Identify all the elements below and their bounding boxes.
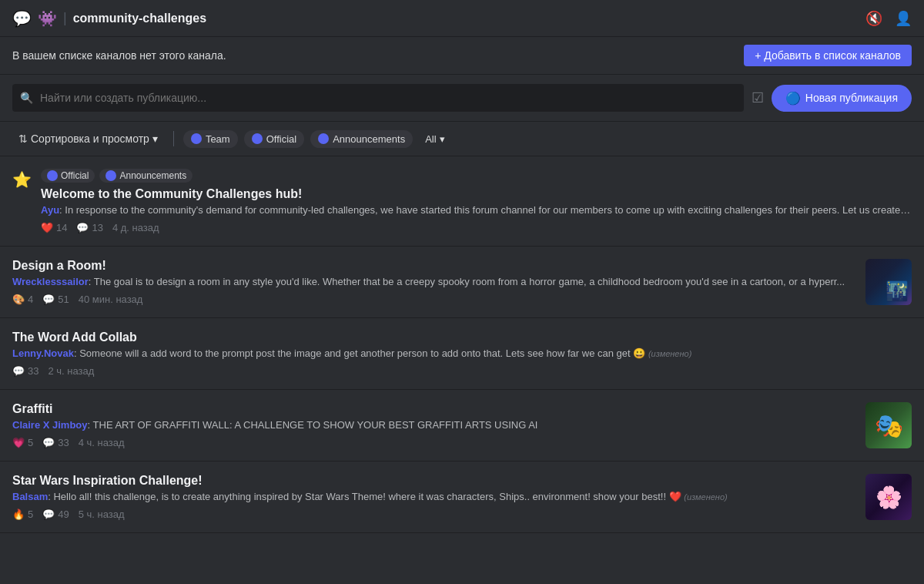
post-thumbnail: 🌸 — [865, 474, 912, 520]
post-preview-text: Someone will a add word to the prompt po… — [79, 347, 648, 359]
top-bar: 💬 👾 | community-challenges 🔇 👤 — [0, 0, 924, 37]
comment-icon: 💬 — [42, 294, 55, 305]
check-icon[interactable]: ☑ — [752, 89, 764, 106]
post-content: Graffiti Claire X Jimboy: THE ART OF GRA… — [12, 402, 856, 448]
sort-icon: ⇅ — [18, 133, 28, 145]
post-preview: Wrecklesssailor: The goal is to design a… — [12, 276, 856, 287]
all-chevron-icon: ▾ — [440, 133, 445, 145]
reaction-count: 💗 5 — [12, 437, 33, 448]
channel-name: community-challenges — [73, 12, 206, 25]
official-dot-icon — [47, 170, 58, 181]
team-tag-icon — [191, 133, 202, 144]
post-author: Ayu — [41, 204, 59, 216]
post-content: Star Wars Inspiration Challenge! Balsam:… — [12, 474, 856, 520]
post-tag-announcements[interactable]: Announcements — [99, 169, 192, 183]
post-author: Lenny.Novak — [12, 347, 74, 359]
reaction-number: 14 — [56, 222, 67, 233]
server-icon[interactable]: 👾 — [38, 9, 57, 28]
post-time: 40 мин. назад — [79, 294, 143, 305]
new-post-icon: 🔵 — [785, 91, 801, 106]
reaction-emoji: ❤️ — [41, 222, 53, 233]
post-item[interactable]: Graffiti Claire X Jimboy: THE ART OF GRA… — [0, 390, 924, 461]
reaction-emoji: 💗 — [12, 437, 25, 448]
reaction-emoji: 🔥 — [12, 508, 25, 520]
post-tag-official[interactable]: Official — [41, 169, 95, 183]
post-item[interactable]: Star Wars Inspiration Challenge! Balsam:… — [0, 461, 924, 533]
members-icon[interactable]: 👤 — [895, 10, 912, 27]
post-preview-text: THE ART OF GRAFFITI WALL: A CHALLENGE TO… — [93, 419, 538, 431]
tag-announcements-button[interactable]: Announcements — [310, 130, 413, 148]
comment-number: 13 — [92, 222, 102, 233]
tag-announcements-label: Announcements — [333, 133, 405, 145]
post-author: Wrecklesssailor — [12, 276, 89, 287]
tag-official-label: Official — [266, 133, 297, 145]
changed-badge: (изменено) — [684, 492, 727, 502]
post-item[interactable]: ⭐ Official Announcements Welcome to the … — [0, 156, 924, 247]
post-tags: Official Announcements — [41, 169, 912, 183]
tag-team-button[interactable]: Team — [183, 130, 238, 148]
sort-label: Сортировка и просмотр — [31, 133, 149, 145]
post-item[interactable]: The Word Add Collab Lenny.Novak: Someone… — [0, 318, 924, 390]
comment-count: 💬 33 — [42, 437, 69, 448]
reaction-count: ❤️ 14 — [41, 222, 67, 233]
reaction-count: 🎨 4 — [12, 294, 33, 305]
post-preview-text: Hello all! this challenge, is to create … — [53, 491, 684, 502]
post-meta: ❤️ 14 💬 13 4 д. назад — [41, 222, 912, 233]
sort-button[interactable]: ⇅ Сортировка и просмотр ▾ — [12, 129, 164, 148]
mute-icon[interactable]: 🔇 — [865, 10, 882, 27]
comment-count: 💬 49 — [42, 508, 69, 520]
comment-number: 51 — [58, 294, 69, 305]
post-time: 5 ч. назад — [79, 508, 125, 520]
post-preview-text: In response to the community's demand fo… — [65, 204, 912, 216]
add-to-channels-button[interactable]: + Добавить в список каналов — [744, 45, 912, 66]
comment-number: 33 — [58, 437, 69, 448]
post-title: The Word Add Collab — [12, 331, 912, 344]
post-meta: 💗 5 💬 33 4 ч. назад — [12, 437, 856, 448]
tag-official-button[interactable]: Official — [244, 130, 305, 148]
comment-number: 49 — [58, 508, 69, 520]
comment-icon: 💬 — [12, 365, 25, 377]
post-preview: Lenny.Novak: Someone will a add word to … — [12, 347, 912, 359]
search-area: ☑ 🔵 Новая публикация — [0, 75, 924, 122]
posts-list: ⭐ Official Announcements Welcome to the … — [0, 156, 924, 584]
reaction-count: 🔥 5 — [12, 508, 33, 520]
reaction-number: 4 — [28, 294, 33, 305]
search-wrapper — [12, 84, 744, 112]
notif-text: В вашем списке каналов нет этого канала. — [12, 49, 226, 62]
post-preview: Claire X Jimboy: THE ART OF GRAFFITI WAL… — [12, 419, 856, 431]
reaction-number: 5 — [28, 508, 33, 520]
post-content: Official Announcements Welcome to the Co… — [41, 169, 912, 233]
announcements-tag-icon — [318, 133, 329, 144]
comment-icon: 💬 — [76, 222, 89, 233]
post-preview: Ayu: In response to the community's dema… — [41, 204, 912, 216]
comment-icon: 💬 — [42, 508, 55, 520]
post-item[interactable]: Design a Room! Wrecklesssailor: The goal… — [0, 247, 924, 318]
search-input[interactable] — [12, 84, 744, 112]
comment-count: 💬 33 — [12, 365, 38, 377]
post-separator: : — [88, 419, 93, 431]
post-thumbnail: 🎭 — [865, 402, 912, 448]
tag-team-label: Team — [206, 133, 230, 145]
new-post-label: Новая публикация — [805, 92, 898, 104]
reaction-emoji: 🎨 — [12, 294, 25, 305]
comment-icon: 💬 — [42, 437, 55, 448]
new-post-button[interactable]: 🔵 Новая публикация — [772, 85, 912, 112]
notification-bar: В вашем списке каналов нет этого канала.… — [0, 37, 924, 75]
post-title: Graffiti — [12, 402, 856, 416]
tag-label: Official — [61, 170, 89, 181]
tag-label: Announcements — [119, 170, 186, 181]
post-meta: 🔥 5 💬 49 5 ч. назад — [12, 508, 856, 520]
changed-badge: (изменено) — [648, 349, 691, 358]
all-label: All — [425, 133, 436, 145]
post-meta: 🎨 4 💬 51 40 мин. назад — [12, 294, 856, 305]
post-title: Welcome to the Community Challenges hub! — [41, 187, 912, 201]
filter-bar: ⇅ Сортировка и просмотр ▾ Team Official … — [0, 122, 924, 156]
post-time: 4 ч. назад — [79, 437, 125, 448]
post-separator: : — [89, 276, 94, 287]
chat-icon[interactable]: 💬 — [12, 9, 32, 28]
post-meta: 💬 33 2 ч. назад — [12, 365, 912, 377]
comment-count: 💬 13 — [76, 222, 102, 233]
comment-count: 💬 51 — [42, 294, 69, 305]
all-filter-button[interactable]: All ▾ — [419, 130, 450, 148]
post-time: 2 ч. назад — [48, 365, 94, 377]
